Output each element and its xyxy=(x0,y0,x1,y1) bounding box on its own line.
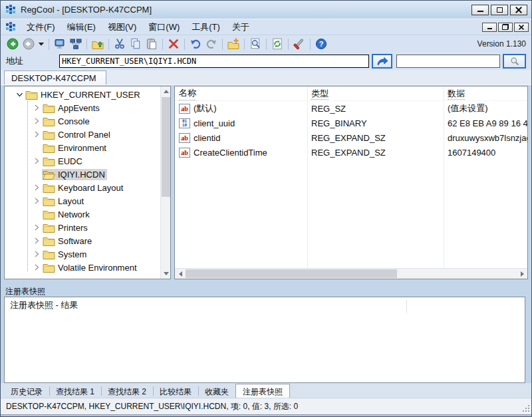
tree-item-printers[interactable]: Printers xyxy=(5,221,160,234)
tree-node-target[interactable]: Keyboard Layout xyxy=(42,182,125,194)
bottom-tab-2[interactable]: 查找结果 2 xyxy=(101,384,153,398)
tree-item-environment[interactable]: Environment xyxy=(5,141,160,154)
tree-item-volatile-environment[interactable]: Volatile Environment xyxy=(5,261,160,274)
column-header-2[interactable]: 数据 xyxy=(444,88,527,100)
tree-node-target[interactable]: Layout xyxy=(42,196,86,207)
menu-item-2[interactable]: 视图(V) xyxy=(102,20,142,35)
value-row-clientid[interactable]: abclientidREG_EXPAND_SZdruxuwysxwb7lsnzj… xyxy=(175,130,527,145)
computer-button[interactable] xyxy=(52,37,68,52)
chevron-right-icon[interactable] xyxy=(31,156,42,166)
value-name: CreateClientidTime xyxy=(194,148,267,158)
tree-item-layout[interactable]: Layout xyxy=(5,194,160,208)
redo-button[interactable] xyxy=(203,37,219,52)
scroll-left-icon[interactable] xyxy=(175,269,186,279)
bottom-tab-1[interactable]: 查找结果 1 xyxy=(49,384,101,398)
tree-item-system[interactable]: System xyxy=(5,247,160,261)
chevron-right-icon[interactable] xyxy=(31,222,42,233)
tree-item-control-panel[interactable]: Control Panel xyxy=(5,128,160,141)
bottom-tab-0[interactable]: 历史记录 xyxy=(4,384,49,398)
tree-node-target[interactable]: Network xyxy=(42,209,92,220)
tree-node-target[interactable]: Environment xyxy=(42,142,108,154)
column-divider[interactable] xyxy=(444,86,444,268)
tree-node-target[interactable]: EUDC xyxy=(42,156,84,167)
column-divider[interactable] xyxy=(307,86,308,268)
tree-node-target[interactable]: Control Panel xyxy=(42,129,112,140)
column-header-0[interactable]: 名称 xyxy=(175,87,307,100)
value-data: 1607149400 xyxy=(444,148,527,158)
scroll-up-icon[interactable] xyxy=(161,86,171,96)
maximize-button[interactable] xyxy=(491,5,508,15)
menu-item-5[interactable]: 关于 xyxy=(226,20,255,35)
tree-node-target[interactable]: Console xyxy=(42,116,92,127)
bottom-tab-5[interactable]: 注册表快照 xyxy=(235,384,290,398)
chevron-right-icon[interactable] xyxy=(31,182,42,193)
tree-node-target[interactable]: HKEY_CURRENT_USER xyxy=(25,89,142,100)
tree-node-target[interactable]: Software xyxy=(42,235,94,247)
session-tab[interactable]: DESKTOP-K47CCPM xyxy=(4,70,106,84)
menu-item-1[interactable]: 编辑(E) xyxy=(61,20,102,35)
mdi-restore-button[interactable] xyxy=(498,23,513,32)
network-button[interactable] xyxy=(68,37,84,52)
go-button[interactable] xyxy=(372,54,392,69)
column-header-1[interactable]: 类型 xyxy=(307,88,444,100)
chevron-right-icon[interactable] xyxy=(31,116,42,126)
folder-up-button[interactable] xyxy=(90,37,106,52)
help-button[interactable]: ? xyxy=(313,37,329,52)
scroll-right-icon[interactable] xyxy=(517,269,527,279)
scroll-down-icon[interactable] xyxy=(161,269,171,279)
delete-button[interactable] xyxy=(166,37,182,52)
tree-item-software[interactable]: Software xyxy=(5,234,160,247)
history-dropdown-button[interactable] xyxy=(37,37,46,52)
find-button[interactable] xyxy=(247,37,263,52)
close-button[interactable] xyxy=(510,5,527,15)
tree-node-target[interactable]: System xyxy=(42,249,88,260)
tree-item-network[interactable]: Network xyxy=(5,208,160,221)
paste-button[interactable] xyxy=(144,37,160,52)
value-row-CreateClientidTime[interactable]: abCreateClientidTimeREG_EXPAND_SZ1607149… xyxy=(175,145,527,160)
menu-item-0[interactable]: 文件(F) xyxy=(21,20,61,35)
tree-node-target[interactable]: AppEvents xyxy=(42,102,102,114)
quick-search-input[interactable] xyxy=(396,55,500,68)
tools-button[interactable] xyxy=(291,37,307,52)
chevron-right-icon[interactable] xyxy=(31,129,42,140)
chevron-right-icon[interactable] xyxy=(31,102,42,113)
tree-node-target[interactable]: Volatile Environment xyxy=(42,262,139,273)
refresh-button[interactable] xyxy=(269,37,285,52)
tree-item-keyboard-layout[interactable]: Keyboard Layout xyxy=(5,181,160,194)
tree-item-iqiyi-hcdn[interactable]: IQIYI.HCDN xyxy=(5,168,160,181)
menu-item-3[interactable]: 窗口(W) xyxy=(142,20,186,35)
back-button[interactable] xyxy=(5,37,21,52)
chevron-down-icon[interactable] xyxy=(14,89,25,100)
tree-item-hkey-current-user[interactable]: HKEY_CURRENT_USER xyxy=(5,88,160,101)
mdi-close-button[interactable] xyxy=(514,23,529,32)
menu-item-4[interactable]: 工具(T) xyxy=(186,20,226,35)
bottom-tab-3[interactable]: 比较结果 xyxy=(153,384,198,398)
snapshot-result-column-header[interactable]: 注册表快照 - 结果 xyxy=(5,297,525,313)
chevron-right-icon[interactable] xyxy=(31,262,42,273)
cut-button[interactable] xyxy=(112,37,128,52)
value-row--[interactable]: ab(默认)REG_SZ(值未设置) xyxy=(175,101,527,116)
copy-button[interactable] xyxy=(128,37,144,52)
tree-node-target[interactable]: Printers xyxy=(42,222,90,233)
new-key-button[interactable] xyxy=(225,37,241,52)
search-button[interactable] xyxy=(503,54,526,69)
bottom-tab-4[interactable]: 收藏夹 xyxy=(198,384,235,398)
tree-node-target[interactable]: IQIYI.HCDN xyxy=(42,169,107,180)
scroll-thumb[interactable] xyxy=(162,97,170,197)
chevron-right-icon[interactable] xyxy=(31,235,42,246)
list-horizontal-scrollbar[interactable] xyxy=(175,268,527,279)
tree-item-appevents[interactable]: AppEvents xyxy=(5,101,160,114)
chevron-right-icon[interactable] xyxy=(31,196,42,206)
value-row-client-uuid[interactable]: 0110client_uuidREG_BINARY62 E8 EB A9 89 … xyxy=(175,116,527,130)
mdi-minimize-button[interactable] xyxy=(482,23,497,32)
tree-item-eudc[interactable]: EUDC xyxy=(5,154,160,168)
address-input[interactable] xyxy=(59,55,369,68)
tree-item-console[interactable]: Console xyxy=(5,114,160,128)
chevron-right-icon[interactable] xyxy=(31,249,42,259)
resize-grip-icon[interactable] xyxy=(523,405,529,412)
undo-button[interactable] xyxy=(188,37,203,52)
minimize-button[interactable] xyxy=(471,5,489,15)
forward-button[interactable] xyxy=(21,37,37,52)
tree-vertical-scrollbar[interactable] xyxy=(160,86,170,279)
scroll-thumb[interactable] xyxy=(186,269,397,278)
